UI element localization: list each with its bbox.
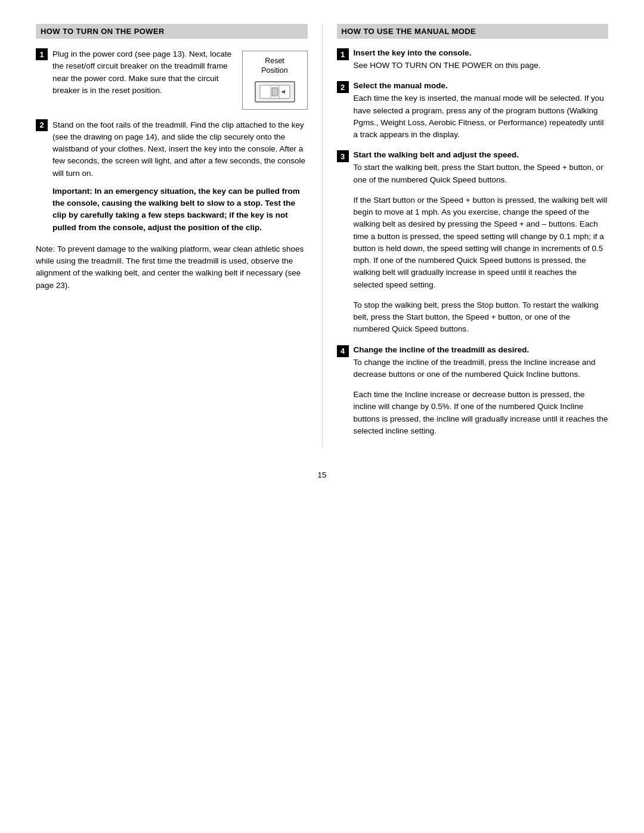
- right-step-3-title: Start the walking belt and adjust the sp…: [354, 150, 609, 159]
- step-number-2-left: 2: [36, 119, 48, 131]
- right-step-1: 1 Insert the key into the console. See H…: [337, 48, 609, 72]
- step-number-4-right: 4: [337, 345, 349, 357]
- step-number-1-left: 1: [36, 48, 48, 60]
- page-number: 15: [36, 470, 608, 479]
- reset-diagram: Reset Position: [242, 51, 308, 110]
- right-step-4-para-2: Each time the Incline increase or decrea…: [354, 389, 609, 437]
- step-number-2-right: 2: [337, 81, 349, 93]
- reset-position-svg: [254, 79, 296, 104]
- step-2-bold-text: Important: In an emergency situation, th…: [52, 185, 308, 234]
- right-step-3-para-3: To stop the walking belt, press the Stop…: [354, 299, 609, 336]
- step-1-inline: Plug in the power cord (see page 13). Ne…: [52, 48, 308, 110]
- page-layout: HOW TO TURN ON THE POWER 1 Plug in the p…: [36, 24, 608, 447]
- step-2-content: Stand on the foot rails of the treadmill…: [52, 119, 308, 234]
- left-note: Note: To prevent damage to the walking p…: [36, 243, 308, 292]
- right-section-header: HOW TO USE THE MANUAL MODE: [337, 24, 609, 39]
- right-step-3-para-2: If the Start button or the Speed + butto…: [354, 194, 609, 291]
- right-step-4-title: Change the incline of the treadmill as d…: [354, 345, 609, 354]
- diagram-label: Reset Position: [250, 56, 300, 76]
- right-step-1-title: Insert the key into the console.: [354, 48, 609, 57]
- left-step-2: 2 Stand on the foot rails of the treadmi…: [36, 119, 308, 234]
- right-step-1-content: Insert the key into the console. See HOW…: [354, 48, 609, 72]
- right-step-2-content: Select the manual mode. Each time the ke…: [354, 81, 609, 141]
- step-number-3-right: 3: [337, 150, 349, 162]
- right-step-2-title: Select the manual mode.: [354, 81, 609, 90]
- step-number-1-right: 1: [337, 48, 349, 60]
- right-step-2: 2 Select the manual mode. Each time the …: [337, 81, 609, 141]
- right-step-1-text: See HOW TO TURN ON THE POWER on this pag…: [354, 60, 609, 72]
- right-step-4-content: Change the incline of the treadmill as d…: [354, 345, 609, 438]
- right-column: HOW TO USE THE MANUAL MODE 1 Insert the …: [323, 24, 609, 447]
- right-step-4-para-1: To change the incline of the treadmill, …: [354, 357, 609, 381]
- left-step-1: 1 Plug in the power cord (see page 13). …: [36, 48, 308, 110]
- left-section-header: HOW TO TURN ON THE POWER: [36, 24, 308, 39]
- left-column: HOW TO TURN ON THE POWER 1 Plug in the p…: [36, 24, 323, 447]
- svg-rect-4: [272, 88, 278, 96]
- right-step-2-text: Each time the key is inserted, the manua…: [354, 92, 609, 141]
- right-step-3-para-1: To start the walking belt, press the Sta…: [354, 162, 609, 186]
- right-step-3: 3 Start the walking belt and adjust the …: [337, 150, 609, 335]
- right-step-4: 4 Change the incline of the treadmill as…: [337, 345, 609, 438]
- right-step-3-content: Start the walking belt and adjust the sp…: [354, 150, 609, 335]
- step-2-normal-text: Stand on the foot rails of the treadmill…: [52, 119, 308, 179]
- step-1-text: Plug in the power cord (see page 13). Ne…: [52, 48, 235, 97]
- step-1-content: Plug in the power cord (see page 13). Ne…: [52, 48, 308, 110]
